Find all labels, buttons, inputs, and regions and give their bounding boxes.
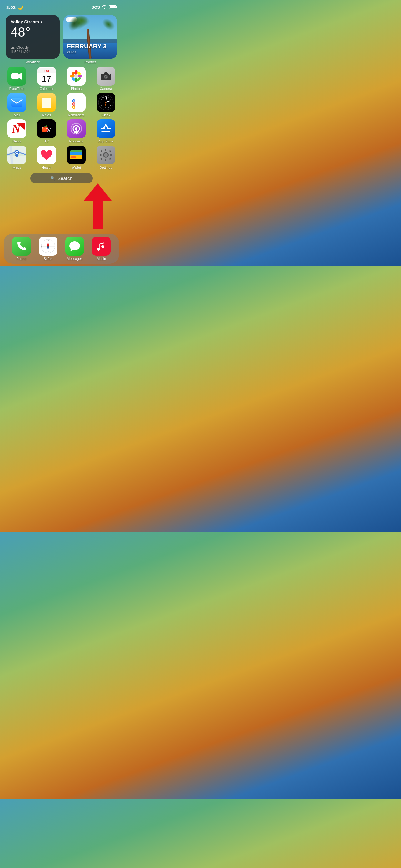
app-item-settings[interactable]: Settings — [95, 146, 117, 169]
reminders-label: Reminders — [68, 113, 84, 117]
health-icon — [37, 146, 56, 164]
svg-text:S: S — [48, 251, 49, 252]
svg-point-11 — [74, 74, 78, 78]
photos-widget-label: Photos — [63, 60, 118, 64]
podcasts-label: Podcasts — [69, 140, 83, 143]
app-item-wallet[interactable]: Wallet — [65, 146, 88, 169]
location-arrow-icon: ➤ — [40, 20, 43, 24]
safari-icon: N S W E — [39, 237, 58, 256]
svg-point-47 — [105, 102, 106, 103]
app-item-health[interactable]: Health — [35, 146, 58, 169]
svg-rect-0 — [11, 73, 19, 80]
svg-point-5 — [70, 75, 75, 78]
notes-label: Notes — [42, 113, 51, 117]
status-time-area: 3:02 🌙 — [6, 4, 24, 10]
svg-text:W: W — [41, 246, 42, 247]
svg-point-14 — [105, 76, 107, 78]
search-bar-area: 🔍 Search — [0, 173, 123, 183]
svg-rect-16 — [11, 98, 23, 106]
weather-widget-col: Valley Stream ➤ 48° ☁ Cloudy H:58° L:30°… — [6, 15, 60, 64]
calendar-icon: FRI 17 — [37, 67, 56, 86]
app-item-news[interactable]: N News — [6, 119, 28, 143]
app-item-facetime[interactable]: FaceTime — [6, 67, 28, 91]
reminders-icon — [67, 93, 86, 112]
dock-item-music[interactable]: Music — [90, 237, 112, 260]
phone-label: Phone — [16, 257, 27, 260]
wallet-label: Wallet — [71, 165, 81, 169]
weather-high-low: H:58° L:30° — [11, 50, 55, 54]
weather-widget[interactable]: Valley Stream ➤ 48° ☁ Cloudy H:58° L:30° — [6, 15, 60, 59]
app-item-mail[interactable]: Mail — [6, 93, 28, 117]
camera-icon — [97, 67, 115, 86]
svg-point-55 — [75, 127, 77, 130]
app-item-calendar[interactable]: FRI 17 Calendar — [35, 67, 58, 91]
svg-rect-18 — [42, 98, 51, 100]
app-item-photos[interactable]: Photos — [65, 67, 88, 91]
appstore-icon — [97, 119, 115, 138]
moon-icon: 🌙 — [18, 4, 24, 10]
weather-temperature: 48° — [11, 25, 55, 39]
appstore-label: App Store — [98, 140, 114, 143]
svg-rect-74 — [109, 150, 111, 153]
svg-text:E: E — [54, 246, 55, 247]
calendar-label: Calendar — [40, 87, 54, 91]
photos-year: 2023 — [67, 50, 107, 54]
weather-condition: ☁ Cloudy — [11, 45, 55, 50]
podcasts-icon — [67, 119, 86, 138]
settings-icon — [97, 146, 115, 164]
svg-point-27 — [73, 104, 74, 105]
photos-date: FEBRUARY 3 — [67, 43, 107, 50]
svg-text:4: 4 — [110, 104, 111, 106]
photos-widget[interactable]: FEBRUARY 3 2023 — [63, 15, 118, 59]
photos-icon — [67, 67, 86, 86]
health-label: Health — [41, 165, 52, 169]
search-bar[interactable]: 🔍 Search — [30, 173, 93, 183]
svg-text:8: 8 — [101, 104, 102, 106]
dock-item-messages[interactable]: Messages — [63, 237, 86, 260]
app-item-podcasts[interactable]: Podcasts — [65, 119, 88, 143]
app-item-camera[interactable]: Camera — [95, 67, 117, 91]
status-bar: 3:02 🌙 SOS — [0, 0, 123, 12]
app-item-notes[interactable]: Notes — [35, 93, 58, 117]
photos-app-label: Photos — [71, 87, 81, 91]
widgets-row: Valley Stream ➤ 48° ☁ Cloudy H:58° L:30°… — [0, 12, 123, 67]
svg-rect-70 — [105, 159, 106, 161]
clock-label: Clock — [101, 113, 110, 117]
wifi-icon — [102, 5, 107, 10]
safari-label: Safari — [44, 257, 53, 260]
photos-widget-col: FEBRUARY 3 2023 Photos — [63, 15, 118, 64]
svg-rect-73 — [100, 150, 103, 153]
svg-text:1: 1 — [108, 97, 109, 98]
svg-text:N: N — [48, 240, 49, 241]
app-item-reminders[interactable]: Reminders — [65, 93, 88, 117]
tv-label: TV — [44, 140, 49, 143]
app-grid: FaceTime FRI 17 Calendar — [0, 67, 123, 169]
svg-point-68 — [104, 153, 108, 157]
dock-item-safari[interactable]: N S W E Safari — [37, 237, 59, 260]
music-label: Music — [97, 257, 106, 260]
weather-location: Valley Stream ➤ — [11, 19, 55, 24]
music-icon — [92, 237, 110, 256]
app-item-maps[interactable]: Maps — [6, 146, 28, 169]
news-icon: N — [7, 119, 26, 138]
svg-point-3 — [75, 70, 78, 75]
svg-text:7: 7 — [103, 106, 104, 108]
svg-marker-1 — [19, 72, 22, 80]
svg-rect-75 — [100, 157, 103, 160]
app-item-appstore[interactable]: App Store — [95, 119, 117, 143]
app-item-tv[interactable]: 🍎 tv TV — [35, 119, 58, 143]
svg-rect-69 — [105, 149, 106, 151]
facetime-icon — [7, 67, 26, 86]
svg-point-83 — [47, 246, 49, 247]
tv-icon: 🍎 tv — [37, 119, 56, 138]
svg-point-15 — [109, 74, 110, 75]
cloud-icon: ☁ — [11, 45, 15, 50]
maps-label: Maps — [13, 165, 21, 169]
svg-rect-72 — [110, 154, 112, 156]
arrow-head — [84, 183, 112, 200]
svg-rect-66 — [71, 156, 75, 158]
app-item-clock[interactable]: 12 3 6 9 1 2 4 5 7 8 10 11 — [95, 93, 117, 117]
weather-widget-label: Weather — [6, 60, 60, 64]
dock-item-phone[interactable]: Phone — [10, 237, 33, 260]
svg-rect-76 — [109, 157, 111, 160]
